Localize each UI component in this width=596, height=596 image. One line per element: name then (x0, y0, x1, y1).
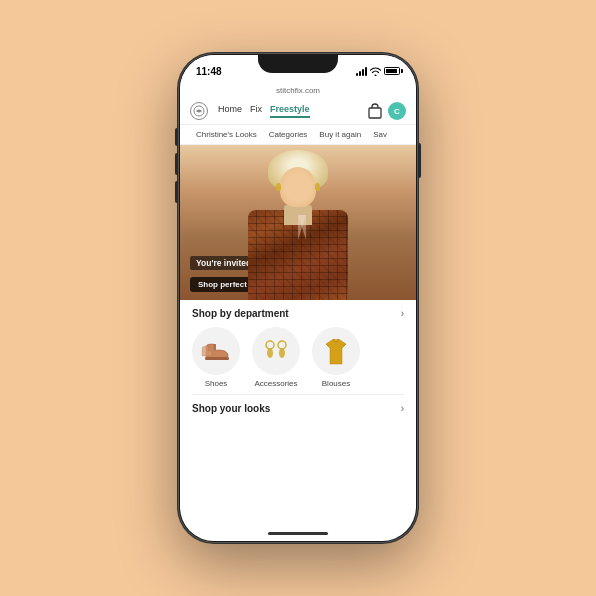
accessories-label: Accessories (254, 379, 297, 388)
blouses-label: Blouses (322, 379, 350, 388)
user-avatar[interactable]: C (388, 102, 406, 120)
svg-rect-2 (205, 357, 229, 360)
dept-items-list: Shoes (192, 327, 404, 388)
svg-rect-1 (369, 108, 381, 118)
shoes-circle (192, 327, 240, 375)
battery-icon (384, 67, 400, 75)
sub-nav-categories[interactable]: Categories (263, 125, 314, 144)
shoes-icon (200, 340, 232, 362)
nav-actions: C (368, 102, 406, 120)
signal-bars-icon (356, 67, 367, 76)
url-text: stitchfix.com (276, 86, 320, 95)
shop-your-looks-title: Shop your looks (192, 403, 270, 414)
nav-home[interactable]: Home (218, 104, 242, 118)
sub-nav: Christine's Looks Categories Buy it agai… (180, 125, 416, 145)
site-logo (190, 102, 208, 120)
phone-shell: 11:48 (178, 53, 418, 543)
blouses-circle (312, 327, 360, 375)
power-button (418, 143, 421, 178)
nav-fix[interactable]: Fix (250, 104, 262, 118)
dept-item-accessories[interactable]: Accessories (252, 327, 300, 388)
volume-down-button (175, 181, 178, 203)
accessories-icon (262, 337, 290, 365)
notch (258, 55, 338, 73)
dept-item-shoes[interactable]: Shoes (192, 327, 240, 388)
shop-your-looks-section: Shop your looks › (180, 395, 416, 422)
shop-by-department-section: Shop by department › (180, 300, 416, 394)
status-time: 11:48 (196, 66, 222, 77)
shoes-label: Shoes (205, 379, 228, 388)
accessories-circle (252, 327, 300, 375)
mute-button (175, 128, 178, 146)
svg-point-6 (279, 348, 285, 358)
sub-nav-christines-looks[interactable]: Christine's Looks (190, 125, 263, 144)
wifi-icon (370, 67, 381, 76)
dept-section-title: Shop by department (192, 308, 289, 319)
sub-nav-buy-again[interactable]: Buy it again (313, 125, 367, 144)
blouses-icon (320, 336, 352, 366)
home-indicator (268, 532, 328, 535)
dept-arrow-icon[interactable]: › (401, 308, 404, 319)
svg-point-4 (267, 348, 273, 358)
phone-mockup: 11:48 (178, 53, 418, 543)
hero-banner: You're invited to the plaid party Shop p… (180, 145, 416, 300)
sub-nav-saved[interactable]: Sav (367, 125, 393, 144)
section-header: Shop by department › (192, 308, 404, 319)
nav-freestyle[interactable]: Freestyle (270, 104, 310, 118)
dept-item-blouses[interactable]: Blouses (312, 327, 360, 388)
nav-bar: Home Fix Freestyle C (180, 98, 416, 125)
svg-point-5 (278, 341, 286, 349)
phone-screen: 11:48 (180, 55, 416, 541)
svg-point-3 (266, 341, 274, 349)
nav-links: Home Fix Freestyle (218, 104, 358, 118)
url-bar[interactable]: stitchfix.com (180, 83, 416, 98)
bag-icon[interactable] (368, 103, 382, 119)
volume-up-button (175, 153, 178, 175)
shop-your-looks-arrow[interactable]: › (401, 403, 404, 414)
status-icons (356, 67, 400, 76)
